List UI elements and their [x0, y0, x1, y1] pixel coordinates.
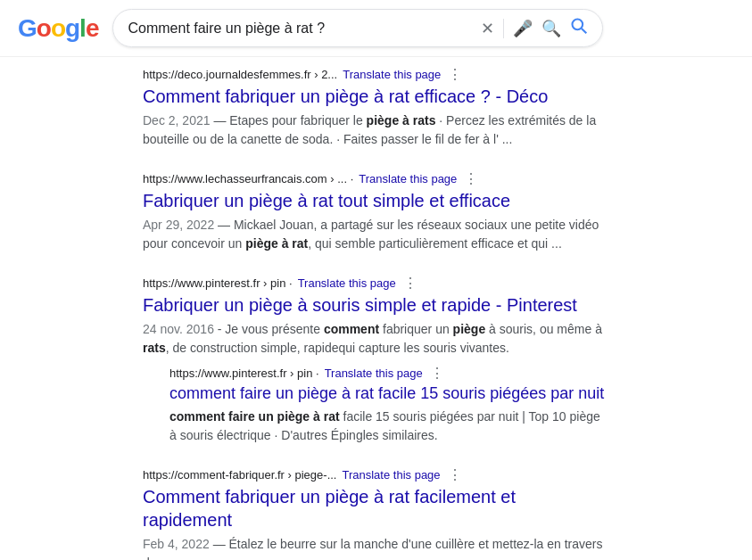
result-title[interactable]: Comment fabriquer un piège à rat efficac…: [143, 85, 609, 108]
snippet-text: comment faire un piège à rat facile 15 s…: [169, 409, 600, 442]
result-snippet: Apr 29, 2022 — Mickael Jouan, a partagé …: [143, 216, 609, 253]
result-snippet: Dec 2, 2021 — Etapes pour fabriquer le p…: [143, 111, 609, 149]
translate-link[interactable]: Translate this page: [342, 468, 440, 482]
translate-link[interactable]: Translate this page: [325, 366, 423, 380]
result-date: Feb 4, 2022: [143, 537, 210, 551]
result-title[interactable]: comment faire un piège à rat facile 15 s…: [169, 383, 609, 404]
result-snippet: comment faire un piège à rat facile 15 s…: [169, 408, 609, 445]
google-logo: Google: [18, 14, 98, 43]
result-url: https://www.pinterest.fr › pin ·: [143, 276, 293, 290]
result-item: https://www.pinterest.fr › pin · Transla…: [143, 275, 609, 445]
snippet-text: — Etapes pour fabriquer le piège à rats …: [143, 113, 596, 146]
result-url-line: https://www.pinterest.fr › pin · Transla…: [143, 275, 609, 292]
result-date: 24 nov. 2016: [143, 322, 214, 336]
search-bar: ✕ 🎤 🔍: [112, 9, 603, 47]
translate-link[interactable]: Translate this page: [298, 276, 396, 290]
search-input[interactable]: [128, 21, 472, 37]
more-options-icon[interactable]: ⋮: [448, 66, 462, 83]
microphone-icon[interactable]: 🎤: [513, 19, 533, 38]
more-options-icon[interactable]: ⋮: [448, 466, 462, 483]
more-options-icon[interactable]: ⋮: [403, 275, 417, 292]
translate-link[interactable]: Translate this page: [343, 68, 441, 81]
result-date: Apr 29, 2022: [143, 218, 214, 232]
camera-icon[interactable]: 🔍: [541, 19, 561, 38]
result-snippet: 24 nov. 2016 - Je vous présente comment …: [143, 320, 609, 358]
result-url: https://www.lechasseurfrancais.com › ...…: [143, 172, 353, 185]
divider: [503, 19, 504, 38]
result-url: https://comment-fabriquer.fr › piege-...: [143, 468, 336, 482]
result-item: https://comment-fabriquer.fr › piege-...…: [143, 466, 609, 560]
clear-icon[interactable]: ✕: [481, 19, 494, 38]
svg-line-1: [582, 29, 586, 33]
result-item: https://www.lechasseurfrancais.com › ...…: [143, 170, 609, 253]
results-container: https://deco.journaldesfemmes.fr › 2... …: [0, 57, 752, 560]
result-url-line: https://deco.journaldesfemmes.fr › 2... …: [143, 66, 609, 83]
result-title[interactable]: Fabriquer un piège à rat tout simple et …: [143, 189, 609, 212]
translate-link[interactable]: Translate this page: [359, 172, 457, 185]
result-item: https://deco.journaldesfemmes.fr › 2... …: [143, 66, 609, 149]
result-title[interactable]: Comment fabriquer un piège à rat facilem…: [143, 485, 609, 531]
header: Google ✕ 🎤 🔍: [0, 0, 752, 57]
result-snippet: Feb 4, 2022 — Étalez le beurre sur la ma…: [143, 535, 609, 560]
result-url-line: https://comment-fabriquer.fr › piege-...…: [143, 466, 609, 483]
result-url-line: https://www.pinterest.fr › pin · Transla…: [169, 365, 609, 382]
snippet-text: — Étalez le beurre sur la manche d'une c…: [143, 537, 603, 560]
result-url-line: https://www.lechasseurfrancais.com › ...…: [143, 170, 609, 187]
result-url: https://deco.journaldesfemmes.fr › 2...: [143, 68, 337, 81]
search-icon[interactable]: [570, 17, 588, 39]
more-options-icon[interactable]: ⋮: [430, 365, 444, 382]
result-url: https://www.pinterest.fr › pin ·: [169, 366, 319, 380]
result-date: Dec 2, 2021: [143, 113, 211, 128]
sub-result: https://www.pinterest.fr › pin · Transla…: [169, 365, 609, 445]
result-title[interactable]: Fabriquer un piège à souris simple et ra…: [143, 293, 609, 317]
svg-point-0: [573, 20, 583, 30]
more-options-icon[interactable]: ⋮: [464, 170, 478, 187]
